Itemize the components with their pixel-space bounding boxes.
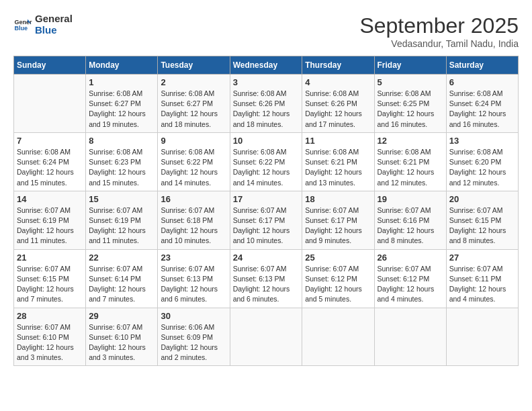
day-number: 11: [305, 136, 371, 146]
day-info: Sunrise: 6:08 AMSunset: 6:26 PMDaylight:…: [233, 89, 300, 130]
day-number: 20: [449, 194, 515, 204]
calendar-cell: 9Sunrise: 6:08 AMSunset: 6:22 PMDaylight…: [158, 132, 230, 191]
day-number: 17: [233, 194, 300, 204]
day-number: 15: [89, 194, 154, 204]
calendar-cell: 17Sunrise: 6:07 AMSunset: 6:17 PMDayligh…: [230, 191, 302, 249]
calendar-cell: 23Sunrise: 6:07 AMSunset: 6:13 PMDayligh…: [158, 249, 230, 308]
day-info: Sunrise: 6:06 AMSunset: 6:09 PMDaylight:…: [161, 322, 226, 363]
day-number: 27: [449, 253, 515, 263]
day-number: 1: [89, 77, 154, 87]
calendar-cell: 19Sunrise: 6:07 AMSunset: 6:16 PMDayligh…: [374, 191, 446, 249]
calendar-cell: 21Sunrise: 6:07 AMSunset: 6:15 PMDayligh…: [14, 249, 86, 308]
calendar-cell: [302, 308, 374, 366]
day-info: Sunrise: 6:08 AMSunset: 6:21 PMDaylight:…: [305, 147, 371, 188]
day-info: Sunrise: 6:07 AMSunset: 6:19 PMDaylight:…: [17, 205, 83, 246]
day-number: 10: [233, 136, 300, 146]
day-info: Sunrise: 6:08 AMSunset: 6:23 PMDaylight:…: [89, 147, 154, 188]
day-info: Sunrise: 6:08 AMSunset: 6:24 PMDaylight:…: [17, 147, 83, 188]
day-info: Sunrise: 6:07 AMSunset: 6:12 PMDaylight:…: [378, 264, 443, 305]
day-info: Sunrise: 6:07 AMSunset: 6:10 PMDaylight:…: [89, 322, 154, 363]
day-number: 30: [161, 311, 226, 321]
day-info: Sunrise: 6:08 AMSunset: 6:27 PMDaylight:…: [89, 89, 154, 130]
col-header-thursday: Thursday: [302, 56, 374, 75]
calendar-cell: 11Sunrise: 6:08 AMSunset: 6:21 PMDayligh…: [302, 132, 374, 191]
calendar-cell: 29Sunrise: 6:07 AMSunset: 6:10 PMDayligh…: [86, 308, 158, 366]
day-info: Sunrise: 6:08 AMSunset: 6:24 PMDaylight:…: [449, 89, 515, 130]
logo-text-line2: Blue: [35, 25, 73, 36]
day-number: 3: [233, 77, 300, 87]
day-info: Sunrise: 6:07 AMSunset: 6:14 PMDaylight:…: [89, 264, 154, 305]
col-header-tuesday: Tuesday: [158, 56, 230, 75]
calendar-cell: 7Sunrise: 6:08 AMSunset: 6:24 PMDaylight…: [14, 132, 86, 191]
calendar-cell: 14Sunrise: 6:07 AMSunset: 6:19 PMDayligh…: [14, 191, 86, 249]
day-number: 2: [161, 77, 226, 87]
calendar-cell: 5Sunrise: 6:08 AMSunset: 6:25 PMDaylight…: [374, 75, 446, 133]
calendar-cell: 1Sunrise: 6:08 AMSunset: 6:27 PMDaylight…: [86, 75, 158, 133]
day-info: Sunrise: 6:08 AMSunset: 6:25 PMDaylight:…: [378, 89, 443, 130]
calendar-cell: 3Sunrise: 6:08 AMSunset: 6:26 PMDaylight…: [230, 75, 302, 133]
day-number: 9: [161, 136, 226, 146]
day-info: Sunrise: 6:07 AMSunset: 6:13 PMDaylight:…: [233, 264, 300, 305]
col-header-saturday: Saturday: [446, 56, 518, 75]
calendar-cell: 8Sunrise: 6:08 AMSunset: 6:23 PMDaylight…: [86, 132, 158, 191]
day-number: 22: [89, 253, 154, 263]
calendar-cell: 20Sunrise: 6:07 AMSunset: 6:15 PMDayligh…: [446, 191, 518, 249]
calendar-cell: 13Sunrise: 6:08 AMSunset: 6:20 PMDayligh…: [446, 132, 518, 191]
calendar-cell: 18Sunrise: 6:07 AMSunset: 6:17 PMDayligh…: [302, 191, 374, 249]
day-number: 8: [89, 136, 154, 146]
logo: General Blue General Blue: [13, 13, 73, 36]
week-row-4: 21Sunrise: 6:07 AMSunset: 6:15 PMDayligh…: [14, 249, 519, 308]
calendar-cell: 16Sunrise: 6:07 AMSunset: 6:18 PMDayligh…: [158, 191, 230, 249]
calendar-cell: [230, 308, 302, 366]
day-info: Sunrise: 6:08 AMSunset: 6:20 PMDaylight:…: [449, 147, 515, 188]
day-number: 13: [449, 136, 515, 146]
calendar-cell: 24Sunrise: 6:07 AMSunset: 6:13 PMDayligh…: [230, 249, 302, 308]
week-row-5: 28Sunrise: 6:07 AMSunset: 6:10 PMDayligh…: [14, 308, 519, 366]
day-info: Sunrise: 6:07 AMSunset: 6:18 PMDaylight:…: [161, 205, 226, 246]
week-row-1: 1Sunrise: 6:08 AMSunset: 6:27 PMDaylight…: [14, 75, 519, 133]
day-number: 19: [378, 194, 443, 204]
day-number: 4: [305, 77, 371, 87]
day-info: Sunrise: 6:07 AMSunset: 6:17 PMDaylight:…: [305, 205, 371, 246]
location-subtitle: Vedasandur, Tamil Nadu, India: [359, 38, 519, 49]
day-info: Sunrise: 6:07 AMSunset: 6:15 PMDaylight:…: [17, 264, 83, 305]
day-info: Sunrise: 6:08 AMSunset: 6:22 PMDaylight:…: [233, 147, 300, 188]
col-header-friday: Friday: [374, 56, 446, 75]
calendar-cell: 15Sunrise: 6:07 AMSunset: 6:19 PMDayligh…: [86, 191, 158, 249]
calendar-cell: 6Sunrise: 6:08 AMSunset: 6:24 PMDaylight…: [446, 75, 518, 133]
col-header-sunday: Sunday: [14, 56, 86, 75]
day-number: 24: [233, 253, 300, 263]
col-header-monday: Monday: [86, 56, 158, 75]
calendar-cell: [14, 75, 86, 133]
logo-text-line1: General: [35, 13, 73, 25]
month-title: September 2025: [359, 13, 519, 38]
col-header-wednesday: Wednesday: [230, 56, 302, 75]
day-number: 6: [449, 77, 515, 87]
day-info: Sunrise: 6:07 AMSunset: 6:17 PMDaylight:…: [233, 205, 300, 246]
day-info: Sunrise: 6:08 AMSunset: 6:26 PMDaylight:…: [305, 89, 371, 130]
day-info: Sunrise: 6:07 AMSunset: 6:19 PMDaylight:…: [89, 205, 154, 246]
day-number: 5: [378, 77, 443, 87]
day-info: Sunrise: 6:07 AMSunset: 6:13 PMDaylight:…: [161, 264, 226, 305]
day-number: 29: [89, 311, 154, 321]
calendar-cell: 25Sunrise: 6:07 AMSunset: 6:12 PMDayligh…: [302, 249, 374, 308]
svg-text:Blue: Blue: [14, 25, 28, 32]
calendar-table: SundayMondayTuesdayWednesdayThursdayFrid…: [13, 56, 519, 366]
day-number: 18: [305, 194, 371, 204]
day-info: Sunrise: 6:07 AMSunset: 6:11 PMDaylight:…: [449, 264, 515, 305]
calendar-cell: 27Sunrise: 6:07 AMSunset: 6:11 PMDayligh…: [446, 249, 518, 308]
calendar-cell: [374, 308, 446, 366]
day-info: Sunrise: 6:07 AMSunset: 6:10 PMDaylight:…: [17, 322, 83, 363]
day-info: Sunrise: 6:07 AMSunset: 6:15 PMDaylight:…: [449, 205, 515, 246]
day-info: Sunrise: 6:08 AMSunset: 6:21 PMDaylight:…: [378, 147, 443, 188]
day-number: 21: [17, 253, 83, 263]
day-number: 12: [378, 136, 443, 146]
day-info: Sunrise: 6:07 AMSunset: 6:12 PMDaylight:…: [305, 264, 371, 305]
day-number: 25: [305, 253, 371, 263]
page-header: General Blue General Blue September 2025…: [13, 13, 519, 49]
day-info: Sunrise: 6:07 AMSunset: 6:16 PMDaylight:…: [378, 205, 443, 246]
day-number: 26: [378, 253, 443, 263]
week-row-2: 7Sunrise: 6:08 AMSunset: 6:24 PMDaylight…: [14, 132, 519, 191]
title-block: September 2025 Vedasandur, Tamil Nadu, I…: [359, 13, 519, 49]
calendar-cell: 4Sunrise: 6:08 AMSunset: 6:26 PMDaylight…: [302, 75, 374, 133]
